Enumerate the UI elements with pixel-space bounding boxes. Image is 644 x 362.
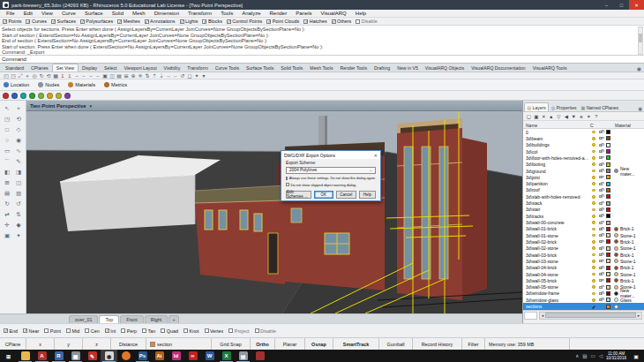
layer-visibility-bulb-icon[interactable] — [590, 298, 597, 302]
close-button[interactable]: ✕ — [629, 0, 644, 10]
layer-lock-icon[interactable] — [597, 240, 604, 243]
panel-tab-properties[interactable]: ◎Properties — [549, 103, 579, 111]
osnap-tan[interactable]: Tan — [142, 328, 155, 334]
layer-lock-icon[interactable] — [597, 131, 604, 133]
layer-row-3d-wall-02-stone[interactable]: 3d\wall-02-stoneStone-1 — [523, 245, 644, 252]
layer-visibility-bulb-icon[interactable] — [590, 246, 597, 250]
layer-color-swatch[interactable] — [604, 149, 612, 154]
panel-tab-named-cplanes[interactable]: ▦Named CPlanes — [579, 103, 621, 111]
checkbox-box[interactable]: ✓ — [80, 19, 85, 24]
layer-lock-icon[interactable] — [597, 176, 604, 178]
layer-color-swatch[interactable] — [604, 221, 612, 225]
toolbar-tab-drafting[interactable]: Drafting — [371, 64, 393, 72]
layer-color-swatch[interactable] — [604, 182, 612, 186]
acrobat-icon[interactable]: ∞ — [184, 350, 201, 362]
layer-tool-icon[interactable]: ? — [593, 114, 601, 119]
osnap-cen[interactable]: Cen — [85, 328, 99, 334]
filter-polysurfaces[interactable]: ✓Polysurfaces — [80, 19, 113, 24]
tool-icon[interactable]: ○ — [2, 135, 13, 145]
status-pane-ortho[interactable]: Ortho — [251, 338, 275, 350]
start-button[interactable]: ⊞ — [0, 350, 17, 362]
layer-visibility-bulb-icon[interactable] — [590, 143, 597, 147]
3d-scene[interactable] — [26, 111, 522, 313]
layer-visibility-bulb-icon[interactable] — [590, 221, 597, 224]
filter-meshes[interactable]: ✓Meshes — [117, 19, 139, 24]
osnap-int[interactable]: ✓Int — [105, 328, 116, 334]
filter-annotations[interactable]: ✓Annotations — [145, 19, 176, 24]
toolbar-icon[interactable]: ↺ — [179, 72, 186, 79]
filter-control-points[interactable]: ✓Control Points — [227, 19, 262, 24]
layer-row-3d-wall-05-brick[interactable]: 3d\wall-05-brickBrick-1 — [523, 277, 644, 283]
menu-analyze[interactable]: Analyze — [237, 11, 265, 16]
layer-color-swatch[interactable] — [604, 194, 612, 199]
layer-row-0[interactable]: 0 — [523, 129, 644, 135]
tool-icon[interactable]: ⇅ — [13, 209, 25, 219]
checkbox-box[interactable] — [142, 328, 146, 333]
checkbox-box[interactable]: ✓ — [266, 19, 271, 24]
viewport[interactable]: Two Point Perspective ▾ — [26, 101, 522, 313]
toolbar-icon[interactable]: ⟲ — [45, 72, 52, 79]
layer-lock-icon[interactable] — [597, 208, 604, 211]
toolbar-tab-standard[interactable]: Standard — [2, 64, 27, 72]
panel-menu-icon[interactable]: ◉ — [638, 106, 642, 111]
layer-row-3d-stair[interactable]: 3d\stair — [523, 207, 644, 213]
layer-color-swatch[interactable] — [604, 143, 612, 147]
tool-icon[interactable]: ↖ — [2, 103, 13, 113]
layer-material-icon[interactable] — [612, 272, 620, 276]
layer-row-3d-stack[interactable]: 3d\stack — [523, 200, 644, 206]
toolbar-icon[interactable]: ⊕ — [130, 72, 137, 79]
status-pane-y[interactable]: y — [55, 338, 83, 350]
layer-lock-icon[interactable] — [597, 189, 604, 192]
menu-curve[interactable]: Curve — [57, 11, 80, 16]
autocad-icon[interactable]: A — [34, 350, 50, 362]
toolbar-tab-visualarq-documentation[interactable]: VisualARQ Documentation — [468, 64, 529, 72]
toolbar-tab-cplanes[interactable]: CPlanes — [27, 64, 52, 72]
filter-hatches[interactable]: ✓Hatches — [303, 19, 326, 24]
menu-surface[interactable]: Surface — [80, 11, 108, 16]
layer-color-swatch[interactable] — [604, 201, 612, 206]
tool-icon[interactable]: ◇ — [13, 124, 25, 134]
osnap-knot[interactable]: Knot — [183, 328, 199, 334]
minimize-button[interactable]: – — [599, 0, 614, 10]
layer-color-swatch[interactable] — [604, 285, 612, 290]
viewport-tab-over-01[interactable]: over_01 — [69, 315, 98, 323]
status-pane-planar[interactable]: Planar — [275, 338, 305, 350]
layer-color-swatch[interactable] — [604, 136, 612, 140]
toolbar-icon[interactable]: 1 — [59, 72, 66, 79]
menu-tools[interactable]: Tools — [216, 11, 237, 16]
layer-material-icon[interactable] — [612, 253, 620, 257]
taskbar-clock[interactable]: 11:00 AM 10/31/2016 — [606, 351, 626, 360]
toolbar-icon[interactable]: ⇅ — [144, 72, 151, 79]
tool-icon[interactable]: ⇄ — [2, 209, 13, 219]
checkbox-box[interactable] — [255, 328, 259, 333]
tool-icon[interactable]: ✛ — [2, 220, 13, 230]
layer-lock-icon[interactable] — [597, 163, 604, 166]
osnap-near[interactable]: ✓Near — [23, 328, 39, 334]
tray-icon[interactable]: ▤ — [582, 353, 587, 358]
layer-lock-icon[interactable] — [597, 298, 604, 301]
tool-icon[interactable]: ▥ — [13, 188, 25, 198]
toolbar-icon[interactable]: – — [87, 72, 94, 79]
always-use-settings-checkbox[interactable]: Always use these settings. Do not show t… — [286, 176, 376, 180]
help-button[interactable]: Help — [359, 191, 376, 199]
checkbox-box[interactable]: ✓ — [23, 328, 27, 333]
checkbox-box[interactable] — [228, 328, 233, 333]
layer-lock-icon[interactable] — [597, 170, 604, 172]
layer-lock-icon[interactable] — [597, 183, 604, 185]
layer-row-3d-beam[interactable]: 3d\beam — [523, 135, 644, 141]
checkbox-box[interactable]: ✓ — [145, 19, 149, 24]
layer-material-icon[interactable] — [612, 239, 620, 244]
status-pane-cplane[interactable]: CPlane — [0, 338, 26, 350]
toolbar-icon[interactable]: → — [165, 72, 172, 79]
layer-visibility-bulb-icon[interactable] — [590, 131, 597, 134]
checkbox-box[interactable]: ✓ — [3, 19, 7, 24]
osnap-project[interactable]: Project — [228, 328, 249, 334]
checkbox-box[interactable]: ✓ — [26, 19, 30, 24]
layer-color-swatch[interactable] — [604, 155, 612, 160]
tool-icon[interactable]: ◫ — [13, 177, 25, 187]
checkbox-box[interactable]: ✓ — [227, 19, 231, 24]
toolbar-icon[interactable]: ⤢ — [17, 72, 24, 79]
layer-row-sections[interactable]: sections✓ — [523, 303, 644, 309]
osnap-point[interactable]: Point — [44, 328, 61, 334]
layer-row-3d-wall-02-brick[interactable]: 3d\wall-02-brickBrick-1 — [523, 238, 644, 245]
